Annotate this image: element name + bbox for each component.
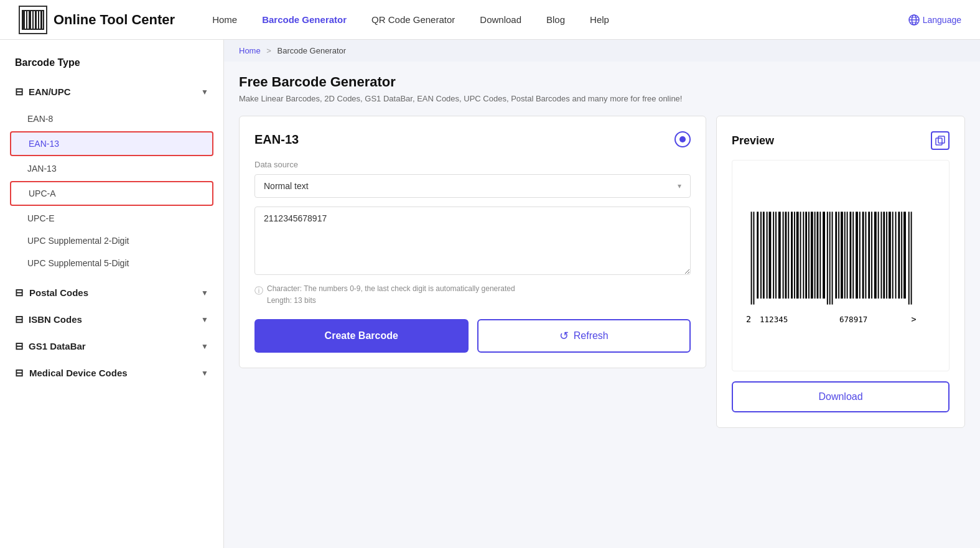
select-chevron-icon: ▾ — [678, 182, 681, 190]
sidebar-item-upc5[interactable]: UPC Supplemental 5-Digit — [0, 252, 223, 274]
svg-rect-3 — [32, 11, 34, 29]
svg-rect-44 — [829, 211, 831, 304]
sidebar-section-postal[interactable]: ⊟ Postal Codes ▼ — [0, 279, 223, 306]
main-layout: Barcode Type ⊟ EAN/UPC ▼ EAN-8 EAN-13 JA… — [0, 40, 980, 548]
nav-blog[interactable]: Blog — [546, 14, 565, 25]
breadcrumb-current: Barcode Generator — [278, 46, 347, 55]
postal-chevron: ▼ — [201, 289, 208, 297]
sidebar-item-upce[interactable]: UPC-E — [0, 207, 223, 230]
breadcrumb: Home > Barcode Generator — [224, 40, 980, 62]
preview-panel: Preview — [716, 116, 965, 428]
svg-text:2: 2 — [746, 314, 751, 324]
sidebar-item-upca[interactable]: UPC-A — [10, 181, 213, 206]
svg-rect-54 — [859, 211, 861, 299]
svg-rect-70 — [908, 211, 910, 304]
panel-title-row: EAN-13 — [254, 131, 691, 147]
gs1-label: GS1 DataBar — [29, 341, 86, 351]
svg-rect-47 — [838, 211, 839, 299]
svg-rect-55 — [862, 211, 864, 299]
svg-rect-69 — [903, 211, 906, 299]
refresh-button[interactable]: ↺ Refresh — [477, 319, 691, 353]
medical-icon: ⊟ — [15, 367, 23, 379]
breadcrumb-home[interactable]: Home — [239, 46, 261, 55]
svg-rect-46 — [835, 211, 837, 299]
nav-barcode-generator[interactable]: Barcode Generator — [262, 14, 347, 25]
page-subtitle: Make Linear Barcodes, 2D Codes, GS1 Data… — [239, 94, 965, 103]
svg-rect-1 — [26, 11, 27, 29]
language-selector[interactable]: Language — [908, 14, 961, 26]
ean-upc-chevron: ▼ — [201, 88, 208, 96]
medical-label: Medical Device Codes — [29, 368, 128, 378]
sidebar-item-ean13[interactable]: EAN-13 — [10, 131, 213, 156]
nav-download[interactable]: Download — [480, 14, 521, 25]
copy-button[interactable] — [931, 131, 950, 150]
ean-upc-icon: ⊟ — [15, 86, 22, 98]
svg-rect-66 — [895, 211, 897, 299]
medical-title: ⊟ Medical Device Codes — [15, 367, 128, 379]
svg-rect-16 — [936, 138, 942, 145]
svg-rect-36 — [805, 211, 807, 299]
svg-rect-41 — [819, 211, 821, 299]
svg-rect-0 — [23, 11, 25, 29]
svg-rect-38 — [811, 211, 813, 299]
isbn-chevron: ▼ — [201, 315, 208, 324]
logo-icon — [19, 6, 47, 34]
data-source-value: Normal text — [264, 181, 309, 191]
sidebar-section-gs1[interactable]: ⊟ GS1 DataBar ▼ — [0, 333, 223, 360]
radio-button[interactable] — [674, 131, 691, 147]
svg-rect-10 — [43, 10, 44, 30]
svg-rect-57 — [868, 211, 870, 299]
svg-rect-43 — [827, 211, 828, 304]
svg-rect-31 — [791, 211, 793, 299]
isbn-icon: ⊟ — [15, 313, 22, 325]
barcode-image: 2 112345 678917 > — [745, 203, 936, 328]
sidebar-section-medical[interactable]: ⊟ Medical Device Codes ▼ — [0, 360, 223, 386]
svg-rect-49 — [844, 211, 846, 299]
sidebar-item-upc2[interactable]: UPC Supplemental 2-Digit — [0, 230, 223, 252]
breadcrumb-separator: > — [266, 46, 271, 55]
svg-rect-60 — [878, 211, 879, 299]
isbn-label: ISBN Codes — [29, 314, 82, 325]
svg-rect-29 — [785, 211, 786, 299]
ean-upc-subitems: EAN-8 EAN-13 JAN-13 UPC-A UPC-E UPC Supp… — [0, 105, 223, 277]
postal-title: ⊟ Postal Codes — [15, 287, 88, 299]
svg-rect-18 — [751, 211, 752, 304]
svg-rect-6 — [40, 11, 42, 29]
logo-area: Online Tool Center — [19, 6, 175, 34]
ean-upc-label: EAN/UPC — [29, 86, 71, 97]
hint-line1: Character: The numbers 0-9, the last che… — [267, 283, 515, 295]
content-area: Home > Barcode Generator Free Barcode Ge… — [224, 40, 980, 548]
hint-content: Character: The numbers 0-9, the last che… — [267, 283, 515, 307]
svg-rect-67 — [898, 211, 900, 299]
sidebar-section-ean-upc[interactable]: ⊟ EAN/UPC ▼ — [0, 78, 223, 105]
svg-rect-48 — [841, 211, 843, 299]
svg-rect-26 — [775, 211, 777, 299]
svg-rect-65 — [892, 211, 894, 299]
barcode-preview: 2 112345 678917 > — [732, 160, 950, 371]
data-source-select[interactable]: Normal text ▾ — [254, 174, 691, 198]
barcode-type-title: EAN-13 — [254, 132, 299, 147]
sidebar-item-jan13[interactable]: JAN-13 — [0, 157, 223, 180]
barcode-input[interactable]: 2112345678917 — [254, 207, 691, 275]
svg-rect-58 — [871, 211, 872, 299]
svg-rect-34 — [800, 211, 801, 299]
svg-rect-53 — [856, 211, 858, 299]
gs1-title: ⊟ GS1 DataBar — [15, 340, 86, 352]
create-barcode-button[interactable]: Create Barcode — [254, 319, 469, 353]
svg-rect-7 — [23, 10, 43, 11]
svg-rect-8 — [23, 29, 43, 30]
svg-rect-63 — [886, 211, 887, 299]
nav-home[interactable]: Home — [212, 14, 237, 25]
svg-rect-61 — [880, 211, 882, 299]
download-button[interactable]: Download — [732, 381, 950, 412]
svg-rect-50 — [847, 211, 848, 299]
preview-title-row: Preview — [732, 131, 950, 150]
sidebar-item-ean8[interactable]: EAN-8 — [0, 108, 223, 130]
svg-rect-35 — [803, 211, 804, 299]
gs1-icon: ⊟ — [15, 340, 22, 352]
sidebar-section-isbn[interactable]: ⊟ ISBN Codes ▼ — [0, 306, 223, 333]
site-title: Online Tool Center — [54, 12, 175, 28]
svg-rect-71 — [911, 211, 912, 304]
nav-help[interactable]: Help — [590, 14, 609, 25]
nav-qr-code[interactable]: QR Code Generator — [371, 14, 455, 25]
